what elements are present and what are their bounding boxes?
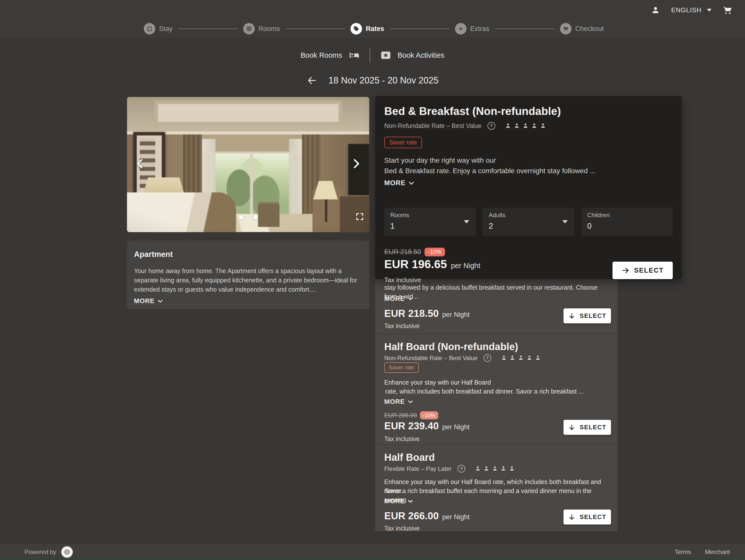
rate-price: EUR 196.65	[384, 257, 447, 271]
tab-book-rooms[interactable]: Book Rooms	[301, 50, 360, 61]
per-night-label: per Night	[451, 262, 481, 270]
person-icon	[540, 123, 546, 129]
cart-icon[interactable]	[723, 5, 733, 15]
person-icon	[522, 123, 529, 129]
rate-description: Enhance your stay with our Half Board	[384, 378, 609, 387]
rate-original-price-row: EUR 218.50 -10%	[384, 248, 445, 256]
date-range-title: 18 Nov 2025 - 20 Nov 2025	[328, 75, 439, 86]
step-rates[interactable]: Rates	[351, 23, 384, 34]
rate-title: Bed & Breakfast (Non-refundable)	[384, 105, 673, 118]
powered-by-label: Powered by	[25, 549, 56, 556]
carousel-prev-icon[interactable]	[132, 156, 148, 171]
fullscreen-icon[interactable]	[355, 212, 364, 221]
calendar-icon	[144, 23, 155, 34]
rate-description: Start your day the right way with our Be…	[384, 155, 673, 176]
bed-icon	[349, 50, 360, 61]
children-select[interactable]: Children 0	[581, 208, 673, 236]
vendor-logo-icon[interactable]	[61, 546, 73, 558]
rate-subtitle-row: Non-Refundable Rate – Best Value ?	[384, 122, 673, 130]
more-label: MORE	[384, 179, 406, 187]
rate-description: stay followed by a delicious buffet brea…	[384, 283, 609, 301]
select-label: SELECT	[580, 514, 607, 521]
step-label: Checkout	[575, 25, 604, 33]
rate-subtitle-row: Non-Refundable Rate – Best Value ?	[384, 354, 541, 362]
rate-subtitle: Non-Refundable Rate – Best Value	[384, 355, 478, 362]
carousel-dot[interactable]	[254, 215, 258, 220]
more-label: MORE	[134, 297, 155, 305]
rate-title: Half Board	[384, 452, 435, 463]
booking-tabs: Book Rooms Book Activities	[0, 47, 745, 63]
terms-link[interactable]: Terms	[675, 549, 691, 556]
rooms-select-label: Rooms	[390, 212, 470, 219]
info-icon[interactable]: ?	[484, 354, 491, 362]
select-rate-button[interactable]: SELECT	[563, 308, 611, 323]
rate-more-button[interactable]: MORE	[384, 295, 414, 303]
bottom-accent-line	[0, 559, 745, 560]
rooms-select[interactable]: Rooms 1	[384, 208, 476, 236]
rate-original-price-row: EUR 266.00 -10%	[384, 411, 438, 419]
step-label: Rates	[366, 25, 384, 33]
chevron-down-icon	[157, 298, 163, 304]
person-icon	[483, 465, 489, 472]
person-icon	[501, 355, 507, 361]
chevron-down-icon	[707, 9, 712, 11]
person-icon	[535, 355, 541, 361]
select-rate-button[interactable]: SELECT	[563, 420, 611, 435]
back-arrow-icon[interactable]	[306, 75, 317, 86]
footer-bar: Powered by Terms Merchant	[0, 544, 745, 560]
more-label: MORE	[384, 295, 405, 303]
rate-price-row: EUR 196.65 per Night	[384, 257, 480, 271]
stepper-connector	[178, 29, 238, 29]
info-icon[interactable]: ?	[457, 465, 465, 472]
language-selector[interactable]: ENGLISH	[671, 6, 712, 14]
adults-select[interactable]: Adults 2	[483, 208, 574, 236]
rate-price-row: EUR 239.40 per Night	[384, 420, 469, 432]
rate-divider	[375, 334, 617, 334]
step-stay[interactable]: Stay	[144, 23, 172, 34]
rooms-grid-icon	[243, 23, 255, 34]
per-night-label: per Night	[442, 513, 470, 521]
tax-label: Tax inclusive	[384, 322, 420, 330]
stepper-connector	[495, 29, 554, 29]
carousel-dot[interactable]	[239, 215, 243, 220]
per-night-label: per Night	[442, 423, 470, 431]
step-label: Rooms	[259, 25, 280, 33]
step-extras[interactable]: Extras	[455, 23, 489, 34]
person-icon	[514, 123, 520, 129]
select-rate-button[interactable]: SELECT	[613, 262, 673, 279]
plus-icon	[455, 23, 466, 34]
person-icon	[475, 465, 481, 472]
select-label: SELECT	[580, 312, 607, 319]
rate-divider	[375, 444, 617, 445]
arrow-right-icon	[621, 266, 629, 274]
rate-more-button[interactable]: MORE	[384, 398, 414, 405]
tag-icon	[351, 23, 362, 34]
saver-badge-wrap: Saver rate	[384, 362, 419, 373]
select-rate-button[interactable]: SELECT	[563, 509, 611, 525]
more-label: MORE	[384, 497, 405, 505]
info-icon[interactable]: ?	[487, 122, 495, 130]
person-icon	[518, 355, 524, 361]
occupancy-icons	[501, 355, 541, 361]
rate-more-button[interactable]: MORE	[384, 497, 414, 505]
rate-more-button[interactable]: MORE	[384, 179, 673, 187]
select-label: SELECT	[634, 267, 664, 274]
carousel-next-icon[interactable]	[348, 156, 364, 171]
chevron-down-icon	[407, 399, 414, 405]
rate-description: Savor a rich breakfast buffet each morni…	[384, 486, 609, 504]
room-more-button[interactable]: MORE	[134, 297, 362, 305]
tax-label: Tax inclusive	[384, 525, 420, 532]
original-price: EUR 266.00	[384, 412, 417, 419]
merchant-link[interactable]: Merchant	[705, 549, 730, 556]
person-icon	[531, 123, 538, 129]
carousel-dots	[127, 215, 369, 220]
tab-book-activities[interactable]: Book Activities	[380, 50, 445, 61]
step-checkout[interactable]: Checkout	[560, 23, 604, 34]
featured-rate-card: Bed & Breakfast (Non-refundable) Non-Ref…	[375, 96, 682, 279]
chevron-down-icon	[407, 296, 414, 302]
account-icon[interactable]	[651, 6, 660, 14]
language-label: ENGLISH	[671, 6, 702, 14]
arrow-down-icon	[568, 312, 575, 319]
step-rooms[interactable]: Rooms	[243, 23, 280, 34]
rate-subtitle: Non-Refundable Rate – Best Value	[384, 122, 482, 129]
